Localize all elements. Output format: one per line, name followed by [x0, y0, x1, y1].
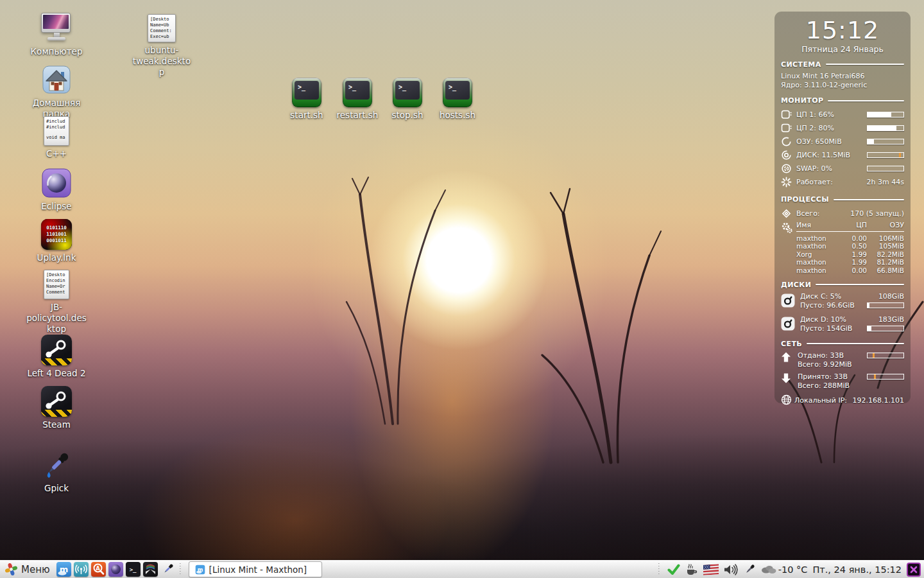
desktop-file-icon: [Deskto Encodin Name=Or Comment [44, 270, 69, 299]
disk-io-bar [867, 152, 904, 158]
desktop-icon-label: Gpick [44, 483, 69, 494]
desktop-file-icon: [Deskto Name=Ub Comment: Exec=ub [148, 14, 176, 42]
launcher-color-picker[interactable] [160, 562, 175, 577]
disk-c-bar [867, 302, 904, 308]
maxthon-icon: m [195, 565, 205, 575]
launcher-search-tool[interactable]: A [91, 562, 106, 577]
cpu1-row: ЦП 1: 66% [781, 108, 904, 121]
desktop-icon-stop-sh[interactable]: >_ stop.sh [379, 78, 436, 121]
disk-c-row: Диск C: 5% Пусто: 96.6GiB 108GiB [781, 292, 904, 310]
download-bar [867, 374, 904, 380]
desktop-icon-label: start.sh [290, 110, 323, 121]
menu-button[interactable]: Меню [3, 562, 54, 577]
ram-row: ОЗУ: 650MiB [781, 135, 904, 148]
desktop-icon-restart-sh[interactable]: >_ restart.sh [329, 78, 386, 121]
launcher-purple-orb[interactable] [108, 562, 123, 577]
desktop-icon-label: Компьютер [31, 46, 83, 57]
launcher-maxthon[interactable]: m [56, 562, 71, 577]
computer-icon [41, 13, 72, 44]
widget-clock: 15:12 [781, 18, 904, 44]
svg-text:m: m [197, 566, 203, 572]
cpu-icon [781, 123, 796, 134]
terminal-script-icon: >_ [443, 78, 472, 107]
keyboard-layout-flag-icon[interactable] [703, 565, 719, 575]
terminal-script-icon: >_ [393, 78, 422, 107]
disk-free: Пусто: 154GiB [800, 324, 864, 333]
section-system: СИСТЕМА [781, 60, 904, 69]
desktop-icon-label: restart.sh [337, 110, 379, 121]
process-row: maxthon0.0066.8MiB [796, 266, 904, 274]
disk-d-row: Диск D: 10% Пусто: 154GiB 183GiB [781, 315, 904, 333]
launcher-terminal[interactable]: >_ [126, 562, 141, 577]
tray-separator[interactable] [658, 563, 661, 576]
volume-icon[interactable] [724, 564, 738, 575]
desktop-icon-steam[interactable]: Steam [18, 386, 95, 430]
desktop-wallpaper: Компьютер [Deskto Name=Ub Comment: Exec=… [0, 0, 924, 578]
cpu-icon [781, 109, 796, 120]
process-row: maxthon0.00106MiB [796, 234, 904, 242]
widget-date: Пятница 24 Январь [781, 44, 904, 54]
desktop-icon-label: hosts.sh [440, 110, 475, 121]
x-tray-icon[interactable] [907, 563, 921, 577]
steam-game-icon [41, 335, 72, 365]
desktop-icon-ubuntu-tweak[interactable]: [Deskto Name=Ub Comment: Exec=ub ubuntu-… [123, 14, 200, 78]
desktop-icon-label: stop.sh [391, 110, 423, 121]
ram-bar [867, 139, 904, 144]
process-table-header: Имя ЦП ОЗУ [796, 221, 904, 232]
launcher-game[interactable] [143, 562, 158, 577]
terminal-script-icon: >_ [343, 78, 372, 107]
globe-icon [781, 394, 792, 407]
desktop-file-icon: #includ #includ void ma [44, 116, 69, 146]
download-arrow-icon [781, 372, 798, 390]
weather-applet[interactable]: -10 °C [761, 565, 808, 575]
eyedropper-icon [161, 563, 175, 576]
cpu1-bar [867, 112, 904, 118]
taskbar-separator[interactable] [179, 563, 182, 576]
desktop-icon-computer[interactable]: Компьютер [18, 13, 95, 57]
desktop-icon-eclipse[interactable]: Eclipse [18, 168, 95, 212]
maxthon-icon: m [56, 562, 71, 577]
eyedropper-icon [743, 563, 756, 576]
swap-bar [867, 166, 904, 171]
signal-antenna-icon [74, 562, 89, 577]
process-table: Имя ЦП ОЗУ maxthon0.00106MiB maxthon0.50… [781, 221, 904, 274]
desktop-icon-jb-policytool[interactable]: [Deskto Encodin Name=Or Comment JB-polic… [18, 270, 95, 335]
disk-free: Пусто: 96.6GiB [800, 301, 864, 310]
disk-io-row: ДИСК: 11.5MiB [781, 148, 904, 162]
desktop-icon-label: Uplay.lnk [37, 252, 76, 263]
desktop-icon-gpick[interactable]: Gpick [18, 450, 95, 494]
gears-icon [781, 222, 793, 236]
window-button-maxthon[interactable]: m [Linux Mint - Maxthon] [189, 561, 322, 577]
desktop-icon-uplay[interactable]: 0101110 1101001 0001011 Uplay.lnk [18, 219, 95, 263]
desktop-icon-hosts-sh[interactable]: >_ hosts.sh [429, 78, 486, 121]
desktop-icon-home-folder[interactable]: Домашняя папка [18, 64, 95, 119]
bowtie-cat-icon [143, 562, 158, 577]
eclipse-icon [41, 168, 72, 198]
system-os-line: Linux Mint 16 Petrai686 [781, 72, 904, 81]
window-title: [Linux Mint - Maxthon] [209, 565, 307, 575]
taskbar: Меню m A [0, 560, 924, 578]
desktop-icon-start-sh[interactable]: >_ start.sh [278, 78, 336, 121]
taskbar-clock[interactable]: Пт., 24 янв., 15:12 [812, 565, 902, 575]
disk-name: Диск C: 5% [800, 292, 864, 301]
updates-ok-icon[interactable] [667, 564, 680, 575]
section-network: СЕТЬ [781, 340, 904, 348]
swap-icon [781, 163, 796, 174]
coffee-cup-icon[interactable] [685, 563, 698, 576]
uptime-icon [781, 177, 796, 188]
color-picker-tray-icon[interactable] [743, 563, 756, 576]
steam-icon [41, 386, 72, 417]
clouds-icon [761, 565, 776, 574]
cpu2-bar [867, 125, 904, 131]
desktop-icon-left4dead2[interactable]: Left 4 Dead 2 [18, 335, 95, 379]
magnifier-a-icon: A [91, 562, 106, 577]
ram-icon [781, 136, 796, 147]
disk-size: 183GiB [864, 315, 904, 324]
process-total-value: 170 (5 запущ.) [850, 209, 904, 218]
desktop-icon-cpp[interactable]: #includ #includ void ma C++ [18, 116, 95, 159]
process-total-row: Всего: 170 (5 запущ.) [781, 207, 904, 220]
system-tray: -10 °C Пт., 24 янв., 15:12 [656, 563, 921, 577]
launcher-network-signal[interactable] [74, 562, 89, 577]
terminal-icon: >_ [130, 566, 137, 573]
process-row: maxthon1.9981.2MiB [796, 258, 904, 267]
